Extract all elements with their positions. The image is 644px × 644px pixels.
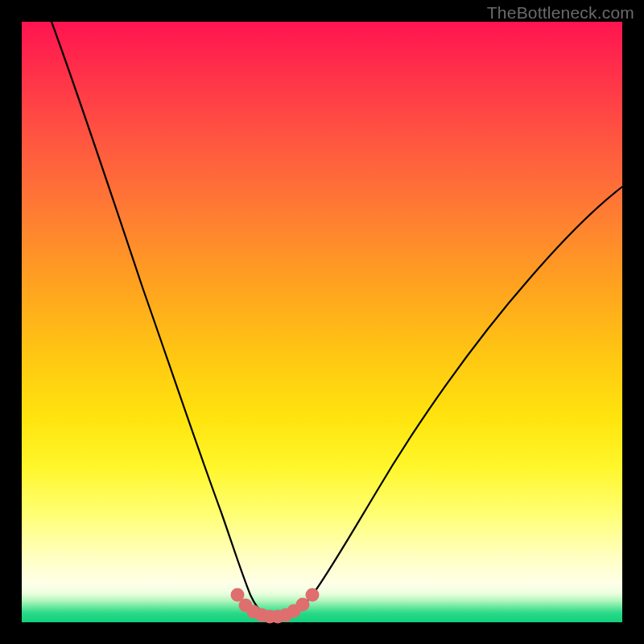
svg-point-8 bbox=[296, 598, 310, 612]
svg-point-9 bbox=[306, 588, 320, 602]
watermark-text: TheBottleneck.com bbox=[487, 3, 634, 23]
plot-area bbox=[22, 22, 622, 622]
bottom-markers bbox=[231, 588, 320, 624]
chart-frame: TheBottleneck.com bbox=[0, 0, 644, 644]
plot-svg bbox=[22, 22, 622, 622]
bottleneck-curve bbox=[52, 22, 622, 617]
